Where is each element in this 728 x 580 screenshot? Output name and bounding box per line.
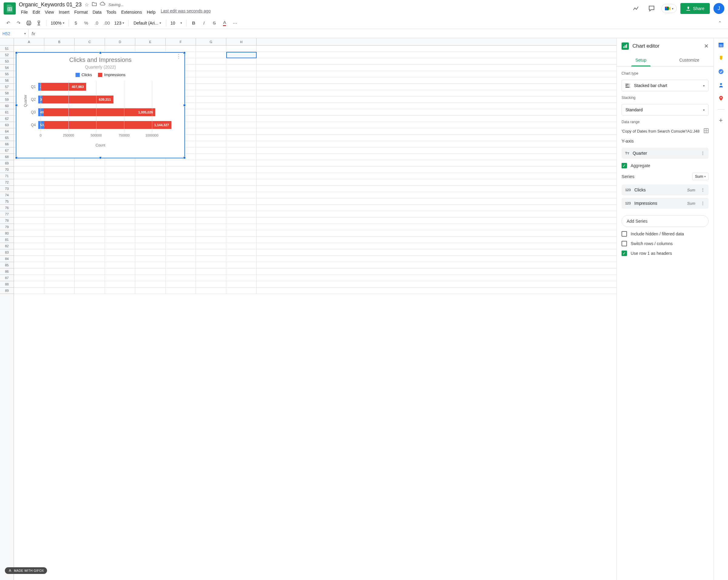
formula-input[interactable]: [38, 31, 728, 36]
cell[interactable]: [196, 192, 226, 198]
cell[interactable]: [226, 249, 257, 256]
cell[interactable]: [165, 237, 196, 243]
cell[interactable]: [135, 166, 165, 173]
more-tools-button[interactable]: ⋯: [230, 19, 239, 27]
cell[interactable]: [105, 192, 135, 198]
cell[interactable]: [44, 199, 75, 205]
series-aggregate-select[interactable]: Sum▾: [692, 173, 709, 180]
row-header[interactable]: 73: [0, 186, 14, 192]
row-header[interactable]: 72: [0, 179, 14, 186]
cell[interactable]: [14, 249, 44, 256]
cell[interactable]: [44, 160, 75, 166]
cell[interactable]: [196, 186, 226, 192]
cell[interactable]: [75, 281, 105, 287]
cell[interactable]: [226, 71, 257, 77]
cell[interactable]: [44, 256, 75, 262]
cell[interactable]: [44, 275, 75, 281]
cell[interactable]: [196, 64, 226, 71]
cell[interactable]: [135, 205, 165, 211]
row-header[interactable]: 52: [0, 52, 14, 58]
cell[interactable]: [196, 90, 226, 96]
cell[interactable]: [14, 192, 44, 198]
cell[interactable]: [75, 243, 105, 249]
meet-button[interactable]: ▾: [661, 4, 677, 13]
cell[interactable]: [226, 186, 257, 192]
row-header[interactable]: 74: [0, 192, 14, 199]
undo-button[interactable]: ↶: [4, 19, 13, 27]
cell[interactable]: [135, 249, 165, 256]
cell[interactable]: [14, 243, 44, 249]
column-header[interactable]: D: [105, 38, 135, 45]
cell[interactable]: [226, 148, 257, 154]
cell[interactable]: [105, 249, 135, 256]
cell[interactable]: [75, 179, 105, 185]
use-row1-checkbox[interactable]: ✓ Use row 1 as headers: [622, 251, 709, 256]
cell[interactable]: [226, 199, 257, 205]
cell[interactable]: [226, 281, 257, 287]
cell[interactable]: [75, 173, 105, 179]
cell[interactable]: [196, 268, 226, 274]
row-header[interactable]: 58: [0, 90, 14, 97]
cell[interactable]: [44, 224, 75, 230]
percent-button[interactable]: %: [82, 19, 91, 27]
menu-tools[interactable]: Tools: [104, 8, 119, 16]
cell[interactable]: [75, 224, 105, 230]
stacking-select[interactable]: Standard: [622, 104, 709, 115]
cell[interactable]: [196, 135, 226, 141]
row-header[interactable]: 53: [0, 58, 14, 64]
row-header[interactable]: 78: [0, 217, 14, 224]
move-folder-icon[interactable]: [92, 2, 97, 7]
cell[interactable]: [165, 256, 196, 262]
cell[interactable]: [165, 179, 196, 185]
include-hidden-checkbox[interactable]: Include hidden / filtered data: [622, 231, 709, 237]
cell[interactable]: [226, 135, 257, 141]
cell[interactable]: [196, 166, 226, 173]
cell[interactable]: [14, 46, 44, 52]
cell[interactable]: [44, 230, 75, 236]
cell[interactable]: [226, 97, 257, 103]
cell[interactable]: [196, 77, 226, 83]
cell[interactable]: [196, 58, 226, 64]
cell[interactable]: [135, 192, 165, 198]
cell[interactable]: [135, 211, 165, 217]
cell[interactable]: [44, 173, 75, 179]
italic-button[interactable]: I: [199, 19, 208, 27]
cell[interactable]: [196, 205, 226, 211]
cell[interactable]: [226, 288, 257, 294]
chart-object[interactable]: ⋮ Clicks and Impressions Quarterly (2022…: [16, 52, 185, 158]
cell[interactable]: [44, 249, 75, 256]
cell[interactable]: [196, 230, 226, 236]
row-header[interactable]: 75: [0, 199, 14, 205]
cell[interactable]: [226, 192, 257, 198]
cell[interactable]: [165, 249, 196, 256]
cell[interactable]: [165, 46, 196, 52]
column-header[interactable]: A: [14, 38, 44, 45]
font-family-select[interactable]: Default (Ari...▾: [131, 20, 163, 27]
row-header[interactable]: 57: [0, 84, 14, 90]
row-header[interactable]: 54: [0, 64, 14, 71]
cell[interactable]: [226, 46, 257, 52]
row-header[interactable]: 69: [0, 160, 14, 166]
cell[interactable]: [196, 179, 226, 185]
cell[interactable]: [226, 179, 257, 185]
cell[interactable]: [44, 268, 75, 274]
cell[interactable]: [196, 275, 226, 281]
row-header[interactable]: 59: [0, 97, 14, 103]
add-addon-icon[interactable]: +: [718, 117, 725, 124]
cell[interactable]: [135, 217, 165, 223]
series-menu-icon[interactable]: ⋮: [701, 187, 705, 192]
cell[interactable]: [165, 230, 196, 236]
cell[interactable]: [196, 52, 226, 58]
document-title[interactable]: Organic_Keywords 01_23: [19, 1, 82, 8]
cell[interactable]: [44, 243, 75, 249]
maps-icon[interactable]: [718, 95, 725, 102]
name-box[interactable]: H52▾: [0, 29, 28, 38]
cell[interactable]: [135, 275, 165, 281]
cell[interactable]: [75, 46, 105, 52]
cell[interactable]: [196, 122, 226, 128]
row-header[interactable]: 79: [0, 224, 14, 230]
cell[interactable]: [165, 288, 196, 294]
row-header[interactable]: 64: [0, 128, 14, 135]
cell[interactable]: [75, 192, 105, 198]
cell[interactable]: [196, 115, 226, 122]
